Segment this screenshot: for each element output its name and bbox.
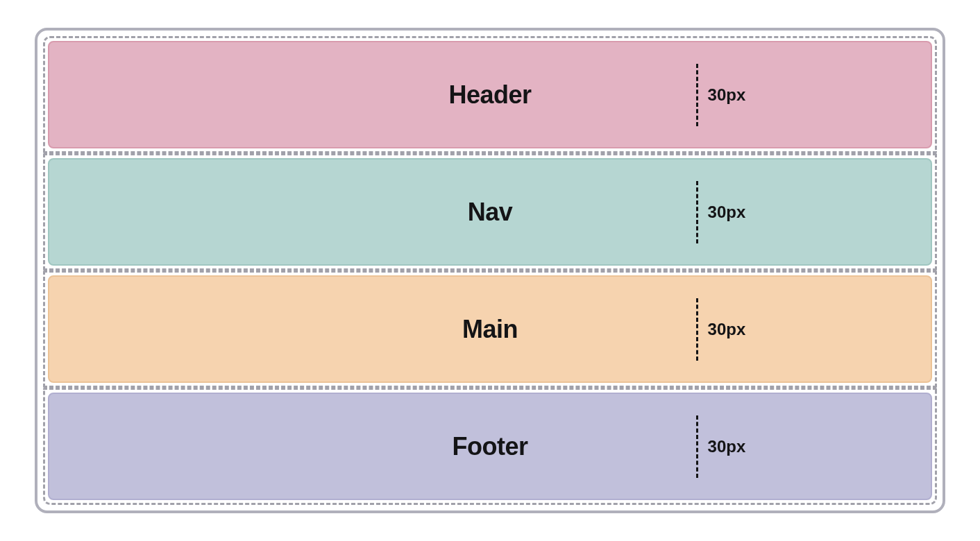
header-region: Header 30px xyxy=(48,41,932,148)
main-measure: 30px xyxy=(708,320,746,339)
header-label: Header xyxy=(448,80,531,110)
nav-measure: 30px xyxy=(708,203,746,222)
dashed-outline: Main 30px xyxy=(43,270,937,388)
dashed-outline: Nav 30px xyxy=(43,153,937,270)
nav-row: Nav 30px xyxy=(43,153,937,270)
footer-row: Footer 30px xyxy=(43,388,937,505)
vertical-dash-icon xyxy=(696,415,698,478)
header-row: Header 30px xyxy=(43,36,937,153)
nav-measure-group: 30px xyxy=(696,181,746,243)
vertical-dash-icon xyxy=(696,64,698,126)
nav-region: Nav 30px xyxy=(48,158,932,266)
vertical-dash-icon xyxy=(696,298,698,361)
main-label: Main xyxy=(462,315,518,344)
header-measure: 30px xyxy=(708,85,746,105)
main-row: Main 30px xyxy=(43,270,937,388)
footer-measure: 30px xyxy=(708,437,746,456)
dashed-outline: Footer 30px xyxy=(43,388,937,505)
nav-label: Nav xyxy=(468,198,513,227)
dashed-outline: Header 30px xyxy=(43,36,937,153)
main-region: Main 30px xyxy=(48,275,932,383)
header-measure-group: 30px xyxy=(696,64,746,126)
main-measure-group: 30px xyxy=(696,298,746,361)
vertical-dash-icon xyxy=(696,181,698,243)
footer-measure-group: 30px xyxy=(696,415,746,478)
footer-label: Footer xyxy=(453,432,528,461)
footer-region: Footer 30px xyxy=(48,393,932,500)
layout-diagram-container: Header 30px Nav 30px Main xyxy=(35,28,945,513)
